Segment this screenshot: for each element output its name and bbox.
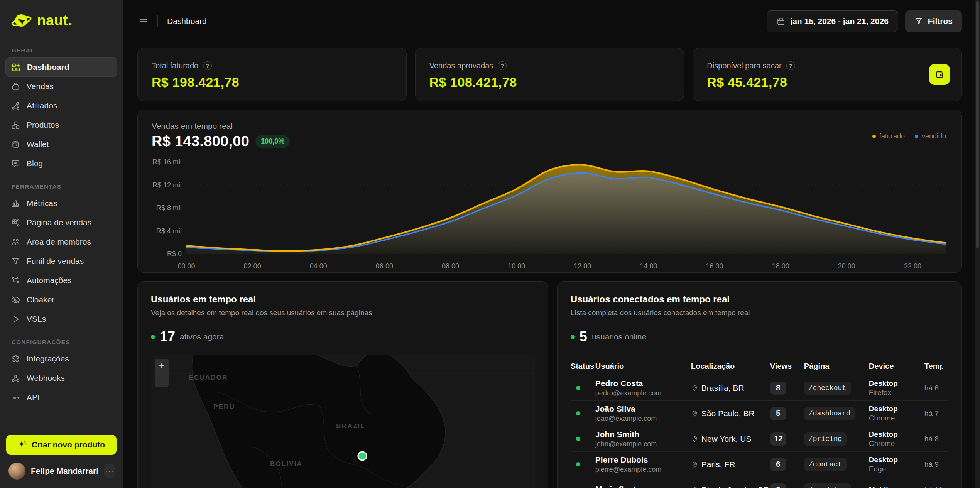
- online-status-dot: [576, 411, 580, 415]
- stat-card-disponivel-sacar: Disponível para sacar ? R$ 45.421,78: [693, 48, 962, 101]
- sidebar-item-label: Funil de vendas: [27, 257, 84, 266]
- sidebar-item-funnel[interactable]: Funil de vendas: [5, 252, 117, 271]
- active-count-label: ativos agora: [180, 332, 224, 341]
- sidebar-item-label: Área de membros: [27, 237, 91, 247]
- sales-chart-card: Vendas em tempo real R$ 143.800,00 100,0…: [137, 110, 962, 273]
- sidebar-item-affiliates[interactable]: Afiliados: [5, 96, 117, 115]
- card-title: Usuários conectados em tempo real: [571, 294, 948, 305]
- y-axis-label: R$ 12 mil: [152, 181, 182, 189]
- map-pin-icon: [691, 384, 698, 392]
- sidebar-item-sales-page[interactable]: Página de vendas: [5, 213, 117, 232]
- sidebar-item-cloaker[interactable]: Cloaker: [5, 290, 117, 309]
- sidebar-item-label: Página de vendas: [27, 218, 91, 227]
- page-path-badge: /contact: [804, 458, 847, 471]
- sidebar-item-vsl[interactable]: VSLs: [5, 309, 117, 329]
- card-subtitle: Veja os detalhes em tempo real dos seus …: [151, 309, 535, 317]
- sales-page-icon: [11, 218, 20, 228]
- map-pin-icon: [691, 486, 698, 488]
- affiliates-icon: [11, 101, 20, 111]
- legend-item-vendido: vendido: [915, 132, 946, 140]
- user-location: Rio de Janeiro, BR: [701, 485, 769, 488]
- naut-planet-icon: [11, 10, 32, 31]
- avatar: [8, 463, 25, 480]
- help-icon[interactable]: ?: [786, 61, 795, 70]
- sales-area-chart: R$ 16 milR$ 12 milR$ 8 milR$ 4 milR$ 000…: [152, 157, 948, 272]
- cloaker-icon: [11, 295, 20, 305]
- x-axis-label: 08:00: [442, 262, 459, 270]
- map-pin-icon: [691, 410, 698, 417]
- user-name: João Silva: [595, 404, 691, 414]
- sidebar-section-label: GERAL: [12, 47, 123, 54]
- sidebar-item-automations[interactable]: Automações: [5, 271, 117, 290]
- integrations-icon: [11, 354, 20, 364]
- wallet-icon: [934, 69, 945, 79]
- device-browser: Chrome: [869, 414, 924, 422]
- sidebar-item-sales[interactable]: Vendas: [5, 77, 117, 96]
- filters-button[interactable]: Filtros: [905, 10, 962, 32]
- date-range-button[interactable]: jan 15, 2026 - jan 21, 2026: [767, 10, 898, 32]
- sidebar-item-members[interactable]: Área de membros: [5, 232, 117, 252]
- world-map[interactable]: ECUADORPERUBRAZILBOLIVIA + −: [151, 355, 535, 488]
- page-scrollbar[interactable]: [975, 0, 980, 488]
- user-name: John Smith: [595, 430, 691, 439]
- topbar-divider: [157, 15, 158, 27]
- help-icon[interactable]: ?: [203, 61, 212, 70]
- time-online: há 6: [924, 384, 943, 392]
- device-type: Desktop: [869, 379, 924, 388]
- chart-title: Vendas em tempo real: [152, 122, 948, 131]
- column-header-usuário: Usuário: [595, 362, 691, 371]
- x-axis-label: 14:00: [640, 262, 657, 270]
- map-zoom-in-button[interactable]: +: [155, 359, 169, 373]
- create-product-button[interactable]: Criar novo produto: [6, 435, 117, 455]
- device-browser: Firefox: [869, 388, 924, 397]
- sidebar-item-wallet[interactable]: Wallet: [5, 135, 117, 154]
- x-axis-label: 06:00: [376, 262, 393, 270]
- help-icon[interactable]: ?: [498, 61, 507, 70]
- filter-icon: [914, 17, 923, 25]
- online-status-dot: [571, 335, 575, 339]
- user-location: Paris, FR: [701, 460, 735, 469]
- legend-item-faturado: faturado: [872, 132, 905, 140]
- user-location: New York, US: [701, 434, 752, 444]
- connected-users-card: Usuários conectados em tempo real Lista …: [557, 281, 962, 488]
- sidebar-item-dashboard[interactable]: Dashboard: [5, 57, 117, 77]
- card-title: Usuários em tempo real: [151, 294, 535, 305]
- sidebar-item-api[interactable]: APIAPI: [5, 388, 117, 407]
- scrollbar-thumb[interactable]: [976, 1, 979, 248]
- map-svg: ECUADORPERUBRAZILBOLIVIA: [151, 355, 535, 488]
- x-axis-label: 04:00: [310, 262, 327, 270]
- column-header-status: Status: [571, 362, 595, 371]
- stat-card-total-faturado: Total faturado ? R$ 198.421,78: [137, 48, 407, 101]
- device-type: Mobile: [869, 485, 924, 488]
- sidebar-item-integrations[interactable]: Integrações: [5, 349, 117, 368]
- y-axis-label: R$ 4 mil: [156, 227, 182, 235]
- views-badge: 8: [770, 382, 786, 395]
- sidebar-item-label: Integrações: [27, 354, 69, 363]
- user-row[interactable]: Felipe Mandarrari ···: [0, 459, 123, 488]
- table-row: João Silvajoao@example.comSão Paulo, BR5…: [571, 400, 948, 426]
- sidebar-item-metrics[interactable]: Métricas: [5, 194, 117, 213]
- map-country-label: ECUADOR: [189, 374, 228, 381]
- user-menu-button[interactable]: ···: [104, 464, 115, 478]
- stat-card-vendas-aprovadas: Vendas aprovadas ? R$ 108.421,78: [415, 48, 684, 101]
- sidebar-item-webhooks[interactable]: Webhooks: [5, 368, 117, 388]
- user-location-marker: [358, 452, 367, 460]
- calendar-icon: [776, 17, 786, 26]
- page-path-badge: /pricing: [804, 432, 847, 446]
- sidebar-item-label: Afiliados: [27, 101, 57, 110]
- sidebar-toggle-button[interactable]: [137, 15, 150, 28]
- sidebar-item-label: VSLs: [27, 314, 46, 324]
- x-axis-label: 16:00: [706, 262, 723, 270]
- map-zoom-out-button[interactable]: −: [155, 373, 169, 387]
- map-country-label: BOLIVIA: [270, 460, 302, 468]
- sidebar-item-blog[interactable]: Blog: [5, 154, 117, 173]
- user-name: Pedro Costa: [595, 379, 691, 388]
- sidebar-item-products[interactable]: Produtos: [5, 115, 117, 135]
- stat-value: R$ 198.421,78: [152, 75, 392, 90]
- sidebar-item-label: Vendas: [27, 82, 54, 91]
- products-icon: [11, 120, 20, 130]
- device-browser: Chrome: [869, 439, 924, 448]
- stat-label: Disponível para sacar: [707, 61, 781, 70]
- column-header-página: Página: [804, 362, 869, 371]
- withdraw-button[interactable]: [929, 64, 950, 85]
